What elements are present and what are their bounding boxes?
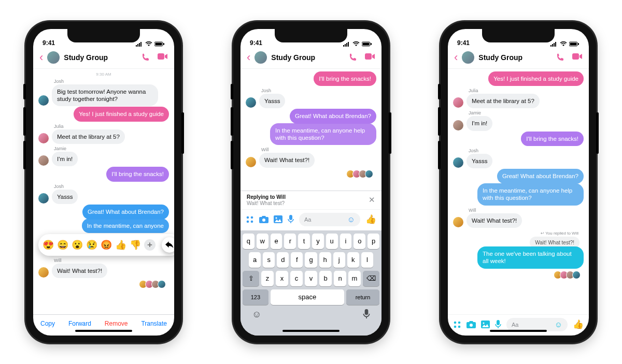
home-indicator[interactable] bbox=[490, 330, 547, 332]
reaction-wow[interactable]: 😮 bbox=[72, 239, 83, 251]
key-space[interactable]: space bbox=[271, 289, 344, 305]
message-out[interactable]: Yes! I just finished a study guide bbox=[38, 107, 169, 121]
reaction-laugh[interactable]: 😄 bbox=[57, 239, 68, 251]
thumbs-up-icon[interactable]: 👍 bbox=[573, 319, 584, 330]
avatar-josh[interactable] bbox=[453, 157, 463, 168]
group-avatar[interactable] bbox=[255, 51, 267, 64]
group-avatar[interactable] bbox=[47, 51, 60, 64]
key-z[interactable]: z bbox=[261, 271, 274, 286]
keyboard[interactable]: qwertyuiop asdfghjkl ⇧zxcvbnm⌫ 123 space… bbox=[241, 230, 381, 336]
video-call-button[interactable] bbox=[365, 53, 375, 62]
bubble[interactable]: Big test tomorrow! Anyone wanna study to… bbox=[52, 84, 158, 107]
avatar-jamie[interactable] bbox=[38, 155, 49, 166]
message-in[interactable]: Wait! What test?! bbox=[38, 264, 169, 278]
dictation-icon[interactable] bbox=[363, 309, 370, 320]
key-h[interactable]: h bbox=[319, 252, 331, 268]
message-in[interactable]: I'm in! bbox=[38, 152, 169, 166]
bubble[interactable]: In the meantime, can anyone help with th… bbox=[477, 183, 584, 206]
gallery-icon[interactable] bbox=[481, 321, 490, 328]
key-r[interactable]: r bbox=[284, 234, 296, 249]
key-e[interactable]: e bbox=[271, 234, 282, 249]
reaction-sad[interactable]: 😢 bbox=[86, 239, 97, 251]
back-button[interactable]: ‹ bbox=[39, 51, 43, 64]
remove-button[interactable]: Remove bbox=[105, 320, 128, 327]
message-out[interactable]: Great! What about Brendan? bbox=[38, 205, 169, 219]
conversation[interactable]: I'll bring the snacks! Josh Yasss Great!… bbox=[241, 69, 381, 191]
message-in[interactable]: I'm in! bbox=[453, 116, 584, 130]
message-out[interactable]: I'll bring the snacks! bbox=[453, 132, 584, 146]
message-out[interactable]: In the meantime, can anyone help with th… bbox=[246, 123, 376, 145]
key-t[interactable]: t bbox=[298, 234, 310, 249]
avatar-josh[interactable] bbox=[246, 97, 256, 108]
key-w[interactable]: w bbox=[257, 234, 268, 249]
message-out[interactable]: I'll bring the snacks! bbox=[246, 71, 376, 86]
reaction-angry[interactable]: 😡 bbox=[101, 239, 112, 251]
avatar-julia[interactable] bbox=[453, 97, 463, 108]
voice-call-button[interactable] bbox=[348, 53, 358, 62]
key-n[interactable]: n bbox=[334, 271, 346, 286]
voice-call-button[interactable] bbox=[141, 53, 150, 62]
reaction-more-button[interactable]: + bbox=[144, 239, 156, 251]
key-p[interactable]: p bbox=[367, 234, 379, 249]
message-in[interactable]: Wait! What test?! bbox=[453, 213, 584, 228]
reaction-thumbs-down[interactable]: 👎 bbox=[130, 239, 141, 251]
bubble[interactable]: Great! What about Brendan? bbox=[497, 169, 584, 183]
emoji-icon[interactable]: ☺ bbox=[555, 320, 562, 329]
bubble[interactable]: Yasss bbox=[52, 190, 78, 204]
message-out[interactable]: I'll bring the snacks! bbox=[38, 167, 169, 181]
back-button[interactable]: ‹ bbox=[247, 51, 250, 64]
key-c[interactable]: c bbox=[290, 271, 303, 286]
chat-title[interactable]: Study Group bbox=[64, 53, 137, 62]
bubble[interactable]: Great! What about Brendan? bbox=[82, 205, 169, 219]
bubble[interactable]: I'm in! bbox=[466, 116, 492, 130]
reply-button[interactable] bbox=[162, 237, 174, 253]
group-avatar[interactable] bbox=[462, 51, 474, 64]
message-in[interactable]: Meet at the library at 5? bbox=[453, 94, 584, 108]
bubble[interactable]: I'll bring the snacks! bbox=[106, 167, 169, 181]
key-⇧[interactable]: ⇧ bbox=[243, 271, 259, 286]
key-v[interactable]: v bbox=[305, 271, 317, 286]
message-out[interactable]: Yes! I just finished a study guide bbox=[453, 71, 584, 86]
bubble[interactable]: In the meantime, can anyone help with th… bbox=[270, 123, 376, 145]
emoji-icon[interactable]: ☺ bbox=[347, 215, 355, 224]
avatar-josh[interactable] bbox=[38, 193, 49, 203]
message-out[interactable]: The one we've been talking about all wee… bbox=[453, 246, 584, 269]
message-in[interactable]: Yasss bbox=[453, 154, 584, 168]
mic-icon[interactable] bbox=[495, 320, 501, 329]
bubble[interactable]: I'll bring the snacks! bbox=[521, 132, 584, 146]
bubble[interactable]: Wait! What test?! bbox=[52, 264, 107, 278]
thumbs-up-icon[interactable]: 👍 bbox=[365, 214, 376, 225]
avatar-jamie[interactable] bbox=[453, 120, 463, 130]
chat-title[interactable]: Study Group bbox=[271, 53, 344, 62]
mic-icon[interactable] bbox=[288, 215, 294, 224]
message-out[interactable]: Great! What about Brendan? bbox=[453, 169, 584, 183]
key-return[interactable]: return bbox=[346, 289, 379, 305]
bubble[interactable]: Great! What about Brendan? bbox=[290, 109, 376, 123]
reaction-heart-eyes[interactable]: 😍 bbox=[43, 239, 54, 251]
home-indicator[interactable] bbox=[75, 330, 132, 332]
home-indicator[interactable] bbox=[282, 330, 340, 332]
apps-icon[interactable] bbox=[246, 215, 254, 224]
key-k[interactable]: k bbox=[347, 252, 359, 268]
bubble[interactable]: In the meantime, can anyone bbox=[82, 219, 169, 233]
conversation[interactable]: Yes! I just finished a study guide Julia… bbox=[448, 69, 589, 314]
video-call-button[interactable] bbox=[158, 53, 168, 62]
message-in[interactable]: Meet at the library at 5? bbox=[38, 129, 169, 144]
message-in[interactable]: Yasss bbox=[246, 94, 376, 108]
bubble[interactable]: Yes! I just finished a study guide bbox=[488, 71, 584, 86]
bubble[interactable]: Meet at the library at 5? bbox=[52, 129, 125, 144]
bubble[interactable]: Wait! What test?! bbox=[259, 153, 315, 167]
key-l[interactable]: l bbox=[361, 252, 373, 268]
back-button[interactable]: ‹ bbox=[454, 51, 458, 64]
gallery-icon[interactable] bbox=[274, 215, 282, 223]
message-out[interactable]: Great! What about Brendan? bbox=[246, 109, 376, 123]
avatar-will[interactable] bbox=[246, 157, 256, 167]
key-⌫[interactable]: ⌫ bbox=[363, 271, 379, 286]
chat-title[interactable]: Study Group bbox=[478, 53, 552, 62]
message-in[interactable]: Wait! What test?! bbox=[246, 153, 376, 167]
bubble[interactable]: Meet at the library at 5? bbox=[466, 94, 540, 108]
bubble[interactable]: Yasss bbox=[466, 154, 492, 168]
apps-icon[interactable] bbox=[453, 321, 461, 329]
avatar-josh[interactable] bbox=[38, 95, 49, 106]
close-reply-button[interactable]: ✕ bbox=[369, 195, 375, 205]
